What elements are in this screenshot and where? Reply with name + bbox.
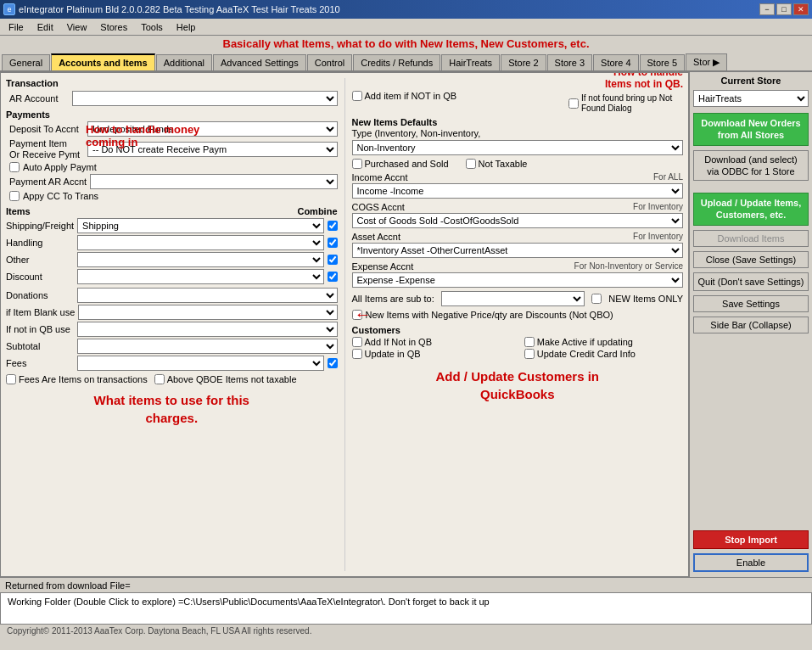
menu-file[interactable]: File xyxy=(2,20,31,34)
if-not-in-qb-select[interactable] xyxy=(77,322,338,337)
tab-store5[interactable]: Store 5 xyxy=(640,54,685,70)
upload-update-button[interactable]: Upload / Update Items, Customers, etc. xyxy=(693,193,809,226)
transaction-label: Transaction xyxy=(6,78,59,88)
add-if-not-in-qb-label: Add If Not in QB xyxy=(365,337,432,347)
customers-annotation: Add / Update Customers inQuickBooks xyxy=(352,367,684,403)
menu-edit[interactable]: Edit xyxy=(31,20,60,34)
auto-apply-label: Auto Apply Paymt xyxy=(23,162,97,172)
tab-general[interactable]: General xyxy=(2,54,50,70)
fees-are-items-checkbox[interactable] xyxy=(6,374,16,384)
add-if-not-in-qb-checkbox[interactable] xyxy=(352,337,362,347)
download-odbc-button[interactable]: Download (and select) via ODBC for 1 Sto… xyxy=(693,150,809,182)
payment-ar-select[interactable] xyxy=(90,174,337,189)
above-qboe-checkbox[interactable] xyxy=(154,374,165,384)
update-in-qb-checkbox[interactable] xyxy=(352,349,362,359)
subtotal-label: Subtotal xyxy=(6,341,74,351)
new-items-only-checkbox[interactable] xyxy=(591,294,602,304)
shipping-select[interactable]: Shipping xyxy=(77,218,323,233)
menu-stores[interactable]: Stores xyxy=(93,20,134,34)
menu-bar: File Edit View Stores Tools Help xyxy=(0,19,812,36)
update-credit-checkbox[interactable] xyxy=(524,349,535,359)
discount-label: Discount xyxy=(6,272,74,282)
tab-store4[interactable]: Store 4 xyxy=(593,54,638,70)
copyright-text: Copyright© 2011-2013 AaaTex Corp. Dayton… xyxy=(7,626,311,636)
apply-cc-checkbox[interactable] xyxy=(9,191,20,201)
left-column: Transaction AR Account Payments Deposit … xyxy=(6,78,338,571)
asset-for-label: For Inventory xyxy=(633,232,683,242)
item-type-select[interactable]: Non-Inventory Inventory Service xyxy=(352,140,684,155)
working-folder-bar[interactable]: Working Folder (Double Click to explore)… xyxy=(0,592,812,625)
discount-combine-checkbox[interactable] xyxy=(328,272,338,282)
add-item-not-in-qb-checkbox[interactable] xyxy=(352,91,362,101)
cogs-acct-section: COGS Accnt For Inventory Cost of Goods S… xyxy=(352,202,684,228)
asset-acct-select[interactable]: *Inventory Asset -OtherCurrentAsset xyxy=(352,243,684,258)
sub-to-select[interactable] xyxy=(441,291,585,306)
right-column: Add item if NOT in QB How to handleItems… xyxy=(344,78,684,571)
expense-acct-select[interactable]: Expense -Expense xyxy=(352,272,684,288)
download-new-orders-button[interactable]: Download New Orders from All Stores xyxy=(693,113,809,146)
fees-select[interactable] xyxy=(77,356,324,371)
other-combine-checkbox[interactable] xyxy=(328,255,338,265)
current-store-select[interactable]: HairTreats xyxy=(693,90,809,107)
enable-button[interactable]: Enable xyxy=(693,553,809,572)
subtotal-select[interactable] xyxy=(77,339,338,354)
tab-store3[interactable]: Store 3 xyxy=(547,54,592,70)
discount-select[interactable] xyxy=(77,269,324,284)
tab-additional[interactable]: Additional xyxy=(156,54,212,70)
save-settings-button[interactable]: Save Settings xyxy=(693,295,809,312)
tab-more[interactable]: Stor ▶ xyxy=(686,53,727,70)
menu-tools[interactable]: Tools xyxy=(134,20,170,34)
tab-store2[interactable]: Store 2 xyxy=(501,54,546,70)
expense-for-label: For Non-Inventory or Service xyxy=(574,261,683,272)
working-folder-text: Working Folder (Double Click to explore)… xyxy=(8,597,490,607)
if-not-found-checkbox[interactable] xyxy=(568,98,579,109)
tab-credits-refunds[interactable]: Credits / Refunds xyxy=(353,54,440,70)
tab-hairtreats[interactable]: HairTreats xyxy=(441,54,500,70)
close-button[interactable]: ✕ xyxy=(793,3,809,15)
items-section: Items Combine Shipping/Freight Shipping … xyxy=(6,206,338,427)
donations-select[interactable] xyxy=(77,288,338,303)
right-side-panel: Current Store HairTreats Download New Or… xyxy=(689,72,812,577)
cogs-acct-select[interactable]: Cost of Goods Sold -CostOfGoodsSold xyxy=(352,213,684,228)
apply-cc-label: Appy CC To Trans xyxy=(23,191,98,201)
other-select[interactable] xyxy=(77,252,324,267)
transaction-section: Transaction AR Account xyxy=(6,78,338,106)
minimize-button[interactable]: − xyxy=(759,3,775,15)
fees-checkbox[interactable] xyxy=(328,358,338,368)
auto-apply-checkbox[interactable] xyxy=(9,162,20,172)
new-items-defaults-section: New Items Defaults Type (Inventory, Non-… xyxy=(352,117,684,169)
if-item-blank-select[interactable] xyxy=(78,305,337,320)
menu-view[interactable]: View xyxy=(60,20,94,34)
make-active-checkbox[interactable] xyxy=(524,337,535,347)
stop-import-button[interactable]: Stop Import xyxy=(693,530,809,549)
menu-help[interactable]: Help xyxy=(170,20,203,34)
title-text: eIntegrator Platinum Bld 2.0.0.282 Beta … xyxy=(19,4,340,14)
handling-select[interactable] xyxy=(77,235,324,250)
maximize-button[interactable]: □ xyxy=(776,3,792,15)
income-acct-select[interactable]: Income -Income xyxy=(352,183,684,199)
handling-label: Handling xyxy=(6,238,74,248)
income-for-label: For ALL xyxy=(653,172,683,182)
close-settings-button[interactable]: Close (Save Settings) xyxy=(693,251,809,268)
tab-control[interactable]: Control xyxy=(307,54,352,70)
purchased-sold-checkbox[interactable] xyxy=(352,159,362,169)
handling-combine-checkbox[interactable] xyxy=(328,238,338,248)
neg-price-section: New Items with Negative Price/qty are Di… xyxy=(352,310,684,320)
items-label: Items xyxy=(6,206,31,216)
expense-acct-label: Expense Accnt xyxy=(352,261,414,272)
title-bar: e eIntegrator Platinum Bld 2.0.0.282 Bet… xyxy=(0,0,812,19)
customers-section: Customers Add If Not in QB Make Active i… xyxy=(352,325,684,403)
not-taxable-checkbox[interactable] xyxy=(466,159,476,169)
tab-accounts-items[interactable]: Accounts and Items xyxy=(51,53,155,70)
sidebar-collapse-button[interactable]: Side Bar (Collapse) xyxy=(693,317,809,333)
make-active-label: Make Active if updating xyxy=(537,337,633,347)
quit-button[interactable]: Quit (Don't save Settings) xyxy=(693,272,809,291)
shipping-combine-checkbox[interactable] xyxy=(328,221,338,231)
returned-text: Returned from download File= xyxy=(5,580,131,591)
download-items-button[interactable]: Download Items xyxy=(693,230,809,247)
ar-account-label: AR Account xyxy=(9,93,69,104)
tab-advanced-settings[interactable]: Advanced Settings xyxy=(213,54,306,70)
tabs-bar: General Accounts and Items Additional Ad… xyxy=(0,52,812,72)
ar-account-select[interactable] xyxy=(72,91,338,106)
fees-label: Fees xyxy=(6,358,74,368)
